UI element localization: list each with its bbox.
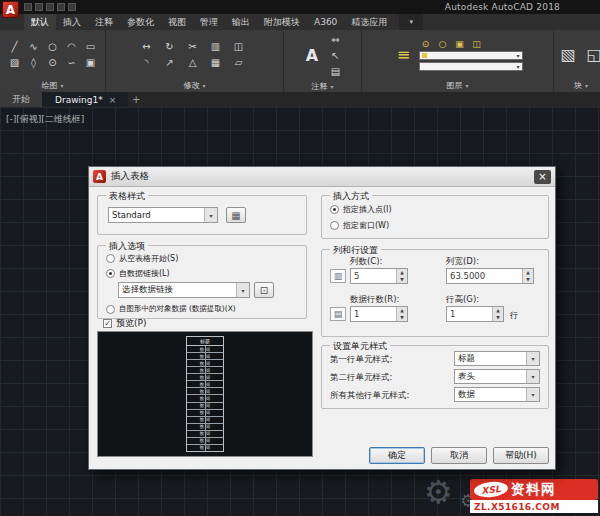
file-tab-drawing1[interactable]: Drawing1* ×	[43, 92, 128, 107]
radio-icon[interactable]	[330, 221, 339, 230]
mirror-icon[interactable]: ◫	[230, 39, 247, 54]
polyline-icon[interactable]: ∿	[25, 39, 42, 54]
option-insertion-point[interactable]: 指定插入点(I)	[330, 204, 392, 215]
panel-label-layers[interactable]: 图层 ▾	[362, 79, 553, 92]
undo-icon[interactable]	[57, 3, 65, 11]
autocad-logo-icon[interactable]: A	[2, 1, 19, 18]
file-tab-start[interactable]: 开始	[0, 92, 43, 107]
checkbox-checked-icon[interactable]: ✓	[103, 319, 112, 328]
insert-block-icon[interactable]: ▧	[557, 38, 579, 72]
preview-checkbox-row[interactable]: ✓ 预览(P)	[103, 317, 146, 330]
chevron-down-icon[interactable]: ▾	[526, 352, 539, 365]
spin-up-icon[interactable]: ▲	[493, 307, 503, 314]
option-from-object-data[interactable]: 自图形中的对象数据 (数据提取)(X)	[106, 304, 236, 314]
ribbon-tab-view[interactable]: 视图	[161, 14, 193, 30]
region-icon[interactable]: ▣	[82, 55, 99, 70]
columns-spinner[interactable]: 5 ▲ ▼	[350, 268, 408, 284]
spinner-arrows[interactable]: ▲ ▼	[396, 307, 407, 321]
arc-icon[interactable]: ◠	[63, 39, 80, 54]
copy-icon[interactable]: ▥	[207, 39, 224, 54]
close-icon[interactable]: ×	[109, 95, 117, 105]
stretch-icon[interactable]: ↗	[161, 55, 178, 70]
spline-icon[interactable]: ∽	[63, 55, 80, 70]
open-icon[interactable]	[24, 3, 32, 11]
point-icon[interactable]: ⊙	[44, 55, 61, 70]
ribbon-tab-parametric[interactable]: 参数化	[120, 14, 161, 30]
help-button[interactable]: 帮助(H)	[493, 447, 549, 464]
data-rows-spinner[interactable]: 1 ▲ ▼	[350, 306, 408, 322]
spin-down-icon[interactable]: ▼	[493, 314, 503, 321]
array-icon[interactable]: ▦	[207, 55, 224, 70]
spinner-arrows[interactable]: ▲ ▼	[492, 307, 503, 321]
text-icon[interactable]: A	[301, 39, 323, 73]
spin-up-icon[interactable]: ▲	[523, 269, 533, 276]
option-from-data-link[interactable]: 自数据链接(L)	[106, 268, 170, 279]
layer-on-icon[interactable]: ⊙	[419, 38, 433, 49]
panel-label-draw[interactable]: 绘图 ▾	[0, 79, 105, 92]
data-link-select[interactable]: 选择数据链接 ▾	[118, 282, 250, 298]
line-icon[interactable]: ╱	[6, 39, 23, 54]
radio-icon[interactable]	[330, 205, 339, 214]
launch-data-link-button[interactable]: ⊡	[254, 282, 274, 298]
ribbon-tab-home[interactable]: 默认	[24, 14, 56, 30]
hatch-icon[interactable]: ▨	[6, 55, 23, 70]
print-icon[interactable]	[46, 3, 54, 11]
spin-down-icon[interactable]: ▼	[397, 276, 407, 283]
ribbon-tab-insert[interactable]: 插入	[56, 14, 88, 30]
leader-icon[interactable]: ↖	[327, 48, 344, 63]
radio-icon[interactable]	[106, 269, 115, 278]
layer-properties-icon[interactable]: ≡	[393, 38, 415, 72]
spinner-arrows[interactable]: ▲ ▼	[522, 269, 533, 283]
ribbon-tab-featured-apps[interactable]: 精选应用	[344, 14, 394, 30]
table-icon[interactable]: ▤	[327, 64, 344, 79]
trim-icon[interactable]: ✂	[184, 39, 201, 54]
ribbon-tab-output[interactable]: 输出	[225, 14, 257, 30]
first-row-style-select[interactable]: 标题 ▾	[454, 351, 540, 366]
panel-label-block[interactable]: 块 ▾	[554, 79, 600, 92]
spin-up-icon[interactable]: ▲	[397, 269, 407, 276]
launch-table-style-button[interactable]: ▦	[226, 207, 246, 223]
dimension-icon[interactable]: ⇔	[327, 32, 344, 47]
create-block-icon[interactable]: ◱	[583, 38, 600, 72]
chevron-down-icon[interactable]: ▾	[526, 370, 539, 383]
cancel-button[interactable]: 取消	[431, 447, 487, 464]
fillet-icon[interactable]: ◝	[138, 55, 155, 70]
rotate-icon[interactable]: ↻	[161, 39, 178, 54]
ribbon-tab-manage[interactable]: 管理	[193, 14, 225, 30]
table-style-select[interactable]: Standard ▾	[108, 207, 218, 223]
spinner-arrows[interactable]: ▲ ▼	[396, 269, 407, 283]
layer-match-icon[interactable]: ◫	[470, 38, 484, 49]
layer-select-dropdown[interactable]: ▾	[419, 51, 523, 60]
panel-label-annotate[interactable]: 注释 ▾	[284, 81, 361, 92]
ribbon-tab-annotate[interactable]: 注释	[88, 14, 120, 30]
ribbon-collapse-button[interactable]: ▾	[399, 14, 423, 30]
ellipse-icon[interactable]: ◊	[25, 55, 42, 70]
rectangle-icon[interactable]: ▭	[82, 39, 99, 54]
redo-icon[interactable]	[68, 3, 76, 11]
move-icon[interactable]: ↔	[138, 39, 155, 54]
layer-lock-icon[interactable]: ▣	[453, 38, 467, 49]
radio-icon[interactable]	[106, 254, 115, 263]
save-icon[interactable]	[35, 3, 43, 11]
spin-down-icon[interactable]: ▼	[523, 276, 533, 283]
ok-button[interactable]: 确定	[369, 447, 425, 464]
dialog-close-button[interactable]: ×	[534, 170, 551, 184]
radio-icon[interactable]	[106, 305, 115, 314]
option-specify-window[interactable]: 指定窗口(W)	[330, 220, 389, 231]
scale-icon[interactable]: △	[184, 55, 201, 70]
new-drawing-plus-icon[interactable]: +	[128, 92, 144, 107]
second-row-style-select[interactable]: 表头 ▾	[454, 369, 540, 384]
layer-freeze-icon[interactable]: ○	[436, 38, 450, 49]
panel-label-modify[interactable]: 修改 ▾	[106, 79, 283, 92]
circle-icon[interactable]: ○	[44, 39, 61, 54]
row-height-spinner[interactable]: 1 ▲ ▼	[446, 306, 504, 322]
chevron-down-icon[interactable]: ▾	[204, 208, 217, 222]
option-empty-table[interactable]: 从空表格开始(S)	[106, 253, 178, 264]
dialog-title-bar[interactable]: A 插入表格 ×	[89, 167, 555, 187]
viewport-controls-label[interactable]: [-][俯视][二维线框]	[6, 113, 84, 126]
other-rows-style-select[interactable]: 数据 ▾	[454, 387, 540, 402]
chevron-down-icon[interactable]: ▾	[236, 283, 249, 297]
chevron-down-icon[interactable]: ▾	[526, 388, 539, 401]
erase-icon[interactable]: ▱	[230, 55, 247, 70]
layer-state-dropdown[interactable]: ▾	[419, 62, 523, 71]
